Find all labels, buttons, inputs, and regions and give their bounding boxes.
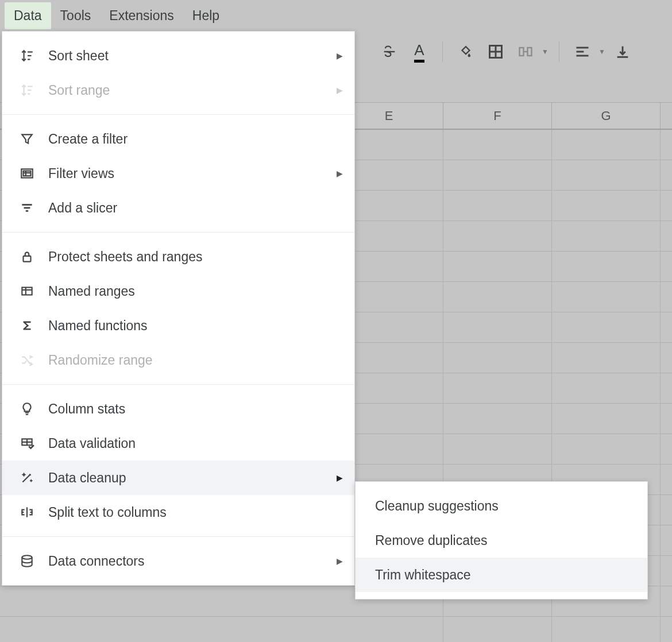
cell[interactable] xyxy=(443,373,552,403)
cell[interactable] xyxy=(552,343,661,373)
sort-sheet-icon xyxy=(18,47,36,64)
menu-label: Column stats xyxy=(48,401,343,417)
data-cleanup-submenu: Cleanup suggestions Remove duplicates Tr… xyxy=(355,481,648,600)
cell[interactable] xyxy=(443,617,552,642)
menu-item-protect-sheets[interactable]: Protect sheets and ranges xyxy=(2,239,354,274)
menu-item-data-validation[interactable]: Data validation xyxy=(2,426,354,461)
menu-item-sort-sheet[interactable]: Sort sheet ▶ xyxy=(2,38,354,73)
menubar-item-data[interactable]: Data xyxy=(5,2,51,29)
svg-rect-22 xyxy=(24,256,31,262)
menu-label: Trim whitespace xyxy=(375,567,636,583)
menu-label: Split text to columns xyxy=(48,505,343,520)
fill-color-icon[interactable] xyxy=(453,40,478,63)
menu-item-data-cleanup[interactable]: Data cleanup ▶ xyxy=(2,461,354,495)
menubar-item-extensions[interactable]: Extensions xyxy=(100,2,183,29)
menu-separator xyxy=(2,536,354,537)
cell[interactable] xyxy=(552,404,661,434)
menu-item-named-functions[interactable]: Named functions xyxy=(2,308,354,343)
cell[interactable] xyxy=(443,404,552,434)
submenu-arrow-icon: ▶ xyxy=(337,169,343,178)
menu-label: Named ranges xyxy=(48,284,343,299)
submenu-arrow-icon: ▶ xyxy=(337,473,343,482)
lock-icon xyxy=(18,248,36,265)
cell[interactable] xyxy=(443,130,552,160)
data-validation-icon xyxy=(18,435,36,452)
menu-item-add-slicer[interactable]: Add a slicer xyxy=(2,191,354,225)
menubar-item-tools[interactable]: Tools xyxy=(51,2,101,29)
filter-views-icon xyxy=(18,165,36,182)
menu-separator xyxy=(2,232,354,233)
submenu-arrow-icon: ▶ xyxy=(337,51,343,60)
submenu-item-trim-whitespace[interactable]: Trim whitespace xyxy=(356,558,647,592)
shuffle-icon xyxy=(18,351,36,369)
database-icon xyxy=(18,552,36,570)
cell[interactable] xyxy=(335,617,443,642)
filter-icon xyxy=(18,130,36,148)
svg-rect-23 xyxy=(22,288,32,295)
cell[interactable] xyxy=(552,617,661,642)
menu-label: Data connectors xyxy=(48,554,324,569)
menu-item-filter-views[interactable]: Filter views ▶ xyxy=(2,156,354,191)
cell[interactable] xyxy=(552,282,661,312)
cell[interactable] xyxy=(443,343,552,373)
menu-label: Data validation xyxy=(48,436,343,451)
lightbulb-icon xyxy=(18,400,36,417)
menu-label: Named functions xyxy=(48,318,343,334)
merge-dropdown-caret[interactable]: ▼ xyxy=(542,48,549,56)
halign-dropdown-caret[interactable]: ▼ xyxy=(598,48,605,56)
menubar: Data Tools Extensions Help xyxy=(0,0,672,31)
borders-icon[interactable] xyxy=(483,40,508,63)
menu-item-split-text[interactable]: Split text to columns xyxy=(2,495,354,529)
submenu-arrow-icon: ▶ xyxy=(337,556,343,566)
merge-cells-icon[interactable] xyxy=(513,40,538,63)
slicer-icon xyxy=(18,199,36,216)
menu-separator xyxy=(2,114,354,115)
cell[interactable] xyxy=(443,160,552,190)
menu-label: Add a slicer xyxy=(48,200,343,216)
horizontal-align-icon[interactable] xyxy=(570,40,595,63)
svg-rect-4 xyxy=(528,48,532,56)
sort-range-icon xyxy=(18,82,36,99)
menu-label: Protect sheets and ranges xyxy=(48,249,343,265)
cell[interactable] xyxy=(552,221,661,251)
strikethrough-icon[interactable] xyxy=(377,40,402,63)
cell[interactable] xyxy=(443,312,552,342)
cell[interactable] xyxy=(443,252,552,281)
menu-item-create-filter[interactable]: Create a filter xyxy=(2,122,354,156)
cell[interactable] xyxy=(443,221,552,251)
split-icon xyxy=(18,504,36,521)
menu-separator xyxy=(2,384,354,385)
text-color-icon[interactable]: A xyxy=(407,40,432,63)
submenu-arrow-icon: ▶ xyxy=(337,86,343,95)
vertical-align-icon[interactable] xyxy=(610,40,635,63)
menu-label: Remove duplicates xyxy=(375,533,636,548)
cell[interactable] xyxy=(552,434,661,464)
data-menu-dropdown: Sort sheet ▶ Sort range ▶ Create a filte… xyxy=(2,31,355,586)
cell[interactable] xyxy=(552,191,661,221)
column-header[interactable]: G xyxy=(552,103,661,129)
menu-label: Randomize range xyxy=(48,353,343,368)
menubar-item-help[interactable]: Help xyxy=(183,2,229,29)
menu-item-randomize-range: Randomize range xyxy=(2,343,354,377)
column-header[interactable]: F xyxy=(443,103,552,129)
named-ranges-icon xyxy=(18,283,36,300)
sigma-icon xyxy=(18,317,36,334)
cell[interactable] xyxy=(443,282,552,312)
menu-label: Cleanup suggestions xyxy=(375,498,636,514)
submenu-item-cleanup-suggestions[interactable]: Cleanup suggestions xyxy=(356,489,647,523)
menu-item-sort-range: Sort range ▶ xyxy=(2,73,354,107)
cell[interactable] xyxy=(443,191,552,221)
menu-label: Create a filter xyxy=(48,132,343,147)
svg-point-29 xyxy=(22,555,32,559)
menu-item-named-ranges[interactable]: Named ranges xyxy=(2,274,354,308)
menu-item-column-stats[interactable]: Column stats xyxy=(2,392,354,426)
submenu-item-remove-duplicates[interactable]: Remove duplicates xyxy=(356,523,647,558)
cell[interactable] xyxy=(552,130,661,160)
magic-wand-icon xyxy=(18,469,36,486)
cell[interactable] xyxy=(552,160,661,190)
cell[interactable] xyxy=(552,312,661,342)
cell[interactable] xyxy=(552,373,661,403)
cell[interactable] xyxy=(443,434,552,464)
cell[interactable] xyxy=(552,252,661,281)
menu-item-data-connectors[interactable]: Data connectors ▶ xyxy=(2,544,354,578)
